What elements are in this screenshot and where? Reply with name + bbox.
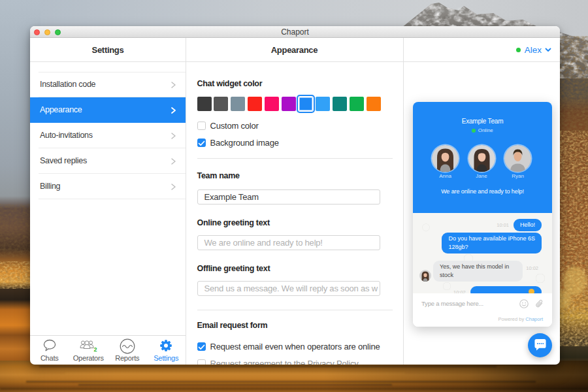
svg-text:2: 2	[94, 346, 97, 353]
